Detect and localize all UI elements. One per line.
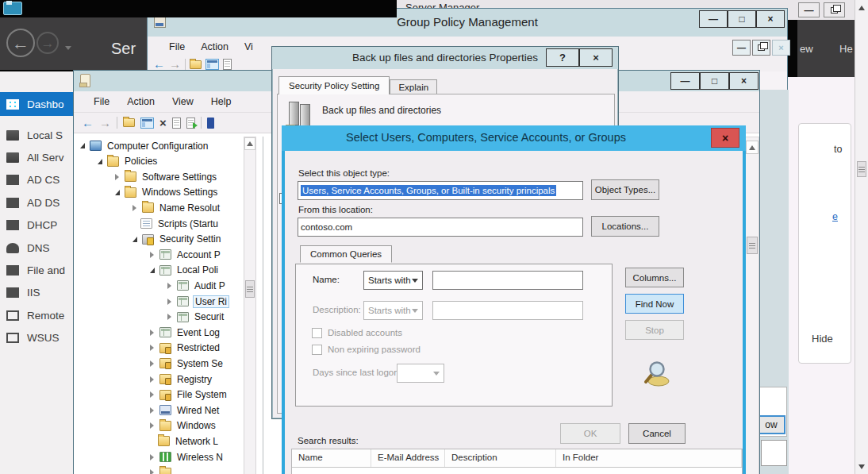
scrollbar-thumb[interactable] bbox=[747, 237, 758, 254]
expander-icon[interactable] bbox=[150, 391, 154, 398]
editor-close-button[interactable]: × bbox=[729, 72, 759, 90]
common-queries-tab[interactable]: Common Queries bbox=[300, 245, 392, 263]
sidebar-item[interactable]: IIS bbox=[0, 282, 73, 304]
tree-item-label[interactable]: Registry bbox=[175, 374, 213, 385]
delete-icon[interactable]: × bbox=[159, 118, 167, 128]
tree-item-label[interactable]: Scripts (Startu bbox=[156, 218, 220, 229]
expander-icon[interactable] bbox=[133, 205, 136, 211]
properties-titlebar[interactable]: Back up files and directories Properties… bbox=[272, 47, 618, 69]
menu-item[interactable]: File bbox=[162, 40, 192, 54]
sidebar-item[interactable]: All Serv bbox=[0, 146, 73, 168]
tree-item[interactable]: Windows bbox=[77, 418, 256, 434]
tree-item-label[interactable]: Network L bbox=[174, 436, 220, 447]
gpm-maximize-button[interactable]: □ bbox=[728, 10, 756, 28]
find-now-button[interactable]: Find Now bbox=[625, 294, 684, 314]
server-manager-scrollbar[interactable] bbox=[855, 0, 868, 474]
tree-item-label[interactable]: Computer Configuration bbox=[106, 141, 209, 152]
tree-item[interactable]: Audit P bbox=[77, 278, 256, 293]
cancel-button[interactable]: Cancel bbox=[628, 423, 686, 444]
tree-item-label[interactable]: Security Settin bbox=[158, 233, 222, 245]
results-scrollbar[interactable] bbox=[745, 137, 759, 474]
tree-item-label[interactable]: Event Log bbox=[175, 327, 221, 338]
tree-item[interactable]: Policies bbox=[77, 154, 256, 169]
sidebar-item[interactable]: DHCP bbox=[0, 214, 73, 237]
editor-minimize-button[interactable]: — bbox=[670, 72, 700, 90]
gpm-close-button[interactable]: × bbox=[756, 10, 785, 28]
tree-item[interactable]: Network L bbox=[77, 434, 256, 449]
server-manager-restore-button[interactable] bbox=[824, 2, 845, 17]
tree-item[interactable]: Software Settings bbox=[77, 169, 256, 184]
tree-item-label[interactable]: Software Settings bbox=[140, 171, 218, 183]
select-dialog-close-button[interactable]: × bbox=[711, 128, 739, 148]
sidebar-item[interactable]: Remote bbox=[0, 304, 73, 326]
nav-dropdown-chevron-icon[interactable] bbox=[65, 46, 71, 50]
tree-item[interactable]: Scripts (Startu bbox=[77, 216, 256, 231]
tree-item[interactable] bbox=[77, 465, 256, 474]
show-button-fragment[interactable]: ow bbox=[757, 415, 785, 434]
tree-item[interactable]: Account P bbox=[77, 247, 256, 262]
tree-item[interactable]: Wireless N bbox=[77, 449, 256, 464]
tree-item-label[interactable]: Windows bbox=[175, 420, 217, 431]
tree-item[interactable]: File System bbox=[77, 387, 256, 403]
menu-item[interactable]: Action bbox=[194, 40, 236, 54]
tree-item[interactable]: Computer Configuration bbox=[77, 138, 256, 153]
tree-item[interactable]: Event Log bbox=[77, 325, 256, 340]
expander-icon[interactable] bbox=[167, 283, 171, 289]
expander-icon[interactable] bbox=[167, 299, 171, 305]
help-book-icon[interactable] bbox=[207, 118, 214, 129]
object-type-field[interactable]: Users, Service Accounts, Groups, or Buil… bbox=[298, 181, 583, 200]
column-header[interactable] bbox=[735, 449, 742, 467]
column-header[interactable]: E-Mail Address bbox=[371, 449, 445, 467]
scroll-up-button[interactable] bbox=[746, 141, 759, 154]
sidebar-item[interactable]: File and bbox=[0, 259, 73, 281]
pane-divider[interactable] bbox=[263, 137, 263, 474]
select-dialog-titlebar[interactable]: Select Users, Computers, Service Account… bbox=[282, 125, 746, 151]
sidebar-item[interactable]: AD CS bbox=[0, 169, 73, 191]
tree-item[interactable]: System Se bbox=[77, 356, 256, 371]
expander-icon[interactable] bbox=[150, 360, 154, 367]
tree-item-label[interactable]: User Ri bbox=[193, 295, 229, 308]
scroll-up-button[interactable] bbox=[244, 137, 255, 150]
tree-item-label[interactable]: Name Resolut bbox=[158, 202, 221, 214]
scrollbar-thumb[interactable] bbox=[245, 280, 255, 298]
export-list-icon[interactable] bbox=[186, 118, 195, 129]
tree-item[interactable]: Local Poli bbox=[77, 263, 256, 278]
tree-item-label[interactable]: Audit P bbox=[193, 280, 227, 291]
expander-icon[interactable] bbox=[150, 345, 154, 351]
folder-up-icon[interactable] bbox=[123, 118, 135, 127]
document-icon[interactable] bbox=[223, 59, 232, 70]
gpm-child-minimize-button[interactable]: — bbox=[732, 40, 751, 56]
menu-help-fragment[interactable]: He bbox=[839, 43, 853, 55]
gpm-child-restore-button[interactable] bbox=[752, 40, 770, 56]
expander-icon[interactable] bbox=[115, 190, 120, 195]
tree-item-label[interactable]: Local Poli bbox=[175, 264, 220, 276]
expander-icon[interactable] bbox=[98, 159, 102, 164]
menu-view-fragment[interactable]: ew bbox=[800, 43, 813, 55]
expander-icon[interactable] bbox=[115, 174, 119, 180]
server-manager-minimize-button[interactable]: — bbox=[798, 2, 820, 17]
tree-item-label[interactable]: Account P bbox=[175, 249, 222, 260]
tree-item[interactable]: Name Resolut bbox=[77, 200, 256, 215]
properties-help-button[interactable]: ? bbox=[546, 48, 579, 67]
expander-icon[interactable] bbox=[150, 422, 154, 429]
tree-item[interactable]: Registry bbox=[77, 372, 256, 387]
columns-button[interactable]: Columns... bbox=[625, 268, 684, 287]
tab[interactable]: Security Policy Setting bbox=[278, 76, 390, 94]
back-icon[interactable]: ← bbox=[153, 59, 165, 70]
scrollbar-thumb[interactable] bbox=[857, 161, 866, 177]
name-input[interactable] bbox=[432, 271, 583, 290]
tree-item[interactable]: Security Settin bbox=[77, 232, 256, 247]
expander-icon[interactable] bbox=[80, 143, 85, 148]
scroll-up-icon[interactable] bbox=[858, 6, 865, 10]
menu-item[interactable]: View bbox=[165, 94, 201, 109]
column-header[interactable]: Description bbox=[445, 449, 556, 467]
folder-icon[interactable] bbox=[190, 60, 202, 69]
expander-icon[interactable] bbox=[150, 469, 154, 474]
location-field[interactable]: contoso.com bbox=[298, 218, 583, 237]
tree-item-label[interactable]: Wireless N bbox=[175, 452, 225, 463]
expander-icon[interactable] bbox=[150, 329, 154, 336]
tree-item-label[interactable]: Securit bbox=[193, 311, 225, 322]
back-nav-icon[interactable]: ← bbox=[6, 29, 35, 57]
sidebar-item[interactable]: AD DS bbox=[0, 191, 73, 214]
forward-icon[interactable]: → bbox=[99, 118, 111, 129]
